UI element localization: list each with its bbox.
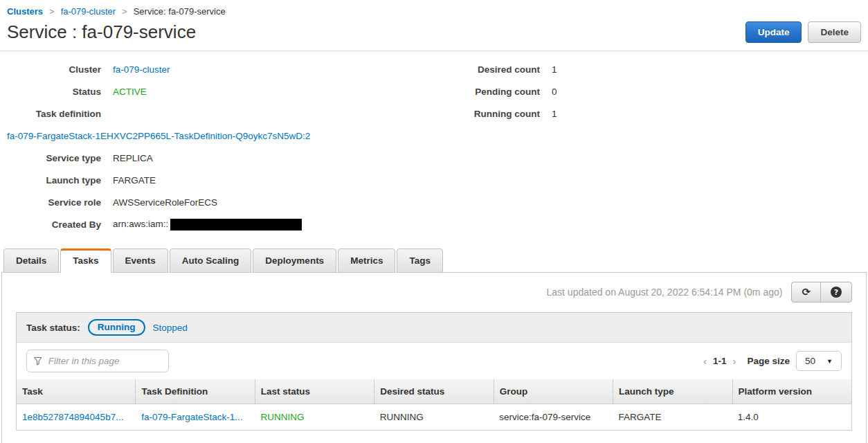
cluster-value-link[interactable]: fa-079-cluster: [113, 64, 170, 75]
table-header: Task Task Definition Last status Desired…: [17, 379, 851, 404]
tab-deployments[interactable]: Deployments: [253, 248, 336, 273]
column-header-launch-type[interactable]: Launch type: [613, 379, 732, 404]
service-type-label: Service type: [0, 153, 101, 163]
tasks-table-container: Task status: Running Stopped ‹ 1-1 › Pag…: [16, 312, 852, 431]
column-header-group[interactable]: Group: [494, 379, 613, 404]
breadcrumb-clusters-link[interactable]: Clusters: [7, 6, 43, 17]
task-status-bar: Task status: Running Stopped: [17, 313, 851, 343]
task-definition-cell-link[interactable]: fa-079-FargateStack-1...: [136, 404, 255, 430]
last-updated-text: Last updated on August 20, 2022 6:54:14 …: [547, 287, 783, 298]
task-status-label: Task status:: [26, 323, 80, 333]
desired-status-cell: RUNNING: [374, 404, 494, 430]
redacted-value: [170, 219, 302, 230]
launch-type-cell: FARGATE: [613, 404, 732, 430]
tab-tasks[interactable]: Tasks: [60, 248, 111, 273]
task-definition-label: Task definition: [0, 109, 101, 119]
breadcrumb-separator: >: [49, 6, 55, 17]
tab-events[interactable]: Events: [113, 248, 168, 273]
help-button[interactable]: ?: [820, 282, 851, 302]
breadcrumb: Clusters > fa-079-cluster > Service: fa-…: [0, 0, 868, 19]
header-actions: Update Delete: [745, 21, 861, 43]
service-type-field: Service type REPLICA: [0, 147, 868, 169]
launch-type-value: FARGATE: [113, 175, 156, 186]
column-header-platform-version[interactable]: Platform version: [732, 379, 851, 404]
breadcrumb-current-page: Service: fa-079-service: [134, 6, 226, 17]
service-role-value: AWSServiceRoleForECS: [113, 197, 217, 208]
page-size-select[interactable]: 50 ▼: [796, 351, 842, 371]
toolbar-button-group: ⟳ ?: [791, 282, 852, 302]
panel-toolbar: Last updated on August 20, 2022 6:54:14 …: [2, 273, 866, 307]
page-range: 1-1: [713, 356, 727, 366]
group-cell: service:fa-079-service: [494, 404, 613, 430]
desired-count-label: Desired count: [436, 64, 540, 75]
service-type-value: REPLICA: [113, 153, 153, 163]
tab-bar: Details Tasks Events Auto Scaling Deploy…: [1, 248, 867, 273]
cluster-label: Cluster: [0, 64, 101, 75]
filter-funnel-icon: [34, 356, 42, 365]
refresh-icon: ⟳: [802, 287, 811, 298]
pending-count-value: 0: [552, 87, 557, 97]
platform-version-cell: 1.4.0: [732, 404, 851, 430]
task-definition-link[interactable]: fa-079-FargateStack-1EHXVC2PP665L-TaskDe…: [7, 131, 310, 141]
column-header-last-status[interactable]: Last status: [255, 379, 374, 404]
page-size-value: 50: [805, 356, 815, 366]
service-role-field: Service role AWSServiceRoleForECS: [0, 191, 868, 213]
task-status-running-toggle[interactable]: Running: [88, 319, 145, 336]
next-page-icon[interactable]: ›: [733, 356, 736, 366]
column-header-task[interactable]: Task: [17, 379, 135, 404]
filter-box: [26, 350, 169, 372]
chevron-down-icon: ▼: [826, 358, 833, 365]
service-role-label: Service role: [0, 197, 101, 208]
task-definition-value-row: fa-079-FargateStack-1EHXVC2PP665L-TaskDe…: [0, 125, 868, 147]
task-status-stopped-toggle[interactable]: Stopped: [153, 323, 188, 333]
tab-metrics[interactable]: Metrics: [338, 248, 395, 273]
page-header: Service : fa-079-service Update Delete: [0, 19, 868, 51]
table-row: 1e8b527874894045b7... fa-079-FargateStac…: [17, 404, 851, 430]
tab-tags[interactable]: Tags: [397, 248, 443, 273]
pending-count-label: Pending count: [436, 87, 540, 97]
filter-input[interactable]: [47, 355, 161, 367]
delete-button[interactable]: Delete: [808, 21, 861, 43]
column-header-desired-status[interactable]: Desired status: [374, 379, 493, 404]
status-value: ACTIVE: [113, 87, 147, 97]
running-count-field: Running count 1: [436, 102, 557, 125]
pending-count-field: Pending count 0: [436, 80, 557, 102]
tasks-tab-panel: Last updated on August 20, 2022 6:54:14 …: [1, 272, 867, 443]
refresh-button[interactable]: ⟳: [792, 282, 820, 302]
created-by-label: Created By: [0, 219, 101, 230]
breadcrumb-separator: >: [122, 6, 127, 17]
tab-details[interactable]: Details: [3, 248, 59, 273]
breadcrumb-cluster-link[interactable]: fa-079-cluster: [61, 6, 116, 17]
prev-page-icon[interactable]: ‹: [703, 356, 707, 366]
task-id-link[interactable]: 1e8b527874894045b7...: [17, 404, 136, 430]
created-by-value: arn:aws:iam::: [113, 219, 302, 230]
last-status-cell: RUNNING: [255, 404, 374, 430]
running-count-label: Running count: [436, 109, 540, 119]
update-button[interactable]: Update: [745, 21, 802, 43]
page-size-label: Page size: [748, 356, 790, 366]
created-by-field: Created By arn:aws:iam::: [0, 213, 868, 235]
desired-count-field: Desired count 1: [436, 58, 557, 80]
filter-row: ‹ 1-1 › Page size 50 ▼: [17, 343, 851, 379]
tabs-area: Details Tasks Events Auto Scaling Deploy…: [0, 248, 868, 443]
running-count-value: 1: [552, 109, 557, 119]
help-icon: ?: [831, 287, 842, 298]
counts-column: Desired count 1 Pending count 0 Running …: [436, 58, 557, 125]
status-label: Status: [0, 87, 101, 97]
launch-type-field: Launch type FARGATE: [0, 169, 868, 191]
task-definition-field: Task definition: [0, 102, 868, 125]
service-details: Cluster fa-079-cluster Status ACTIVE Tas…: [0, 51, 868, 235]
pagination: ‹ 1-1 › Page size 50 ▼: [703, 351, 842, 371]
page-title: Service : fa-079-service: [7, 21, 196, 43]
status-field: Status ACTIVE: [0, 80, 868, 102]
desired-count-value: 1: [552, 64, 557, 75]
column-header-task-definition[interactable]: Task Definition: [135, 379, 254, 404]
tab-auto-scaling[interactable]: Auto Scaling: [170, 248, 252, 273]
cluster-field: Cluster fa-079-cluster: [0, 58, 868, 80]
launch-type-label: Launch type: [0, 175, 101, 186]
